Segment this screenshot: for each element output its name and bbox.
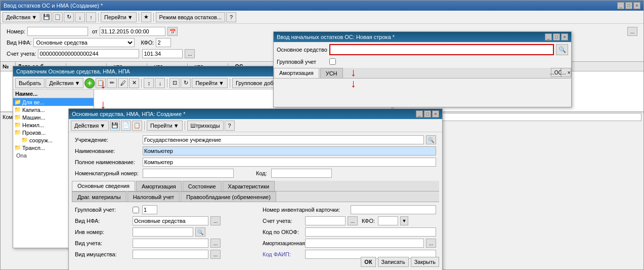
green-plus-btn[interactable]: + (84, 78, 95, 88)
nfa-label: Вид НФА: (7, 40, 31, 46)
view-input[interactable] (133, 239, 208, 248)
tab-drag-mat[interactable]: Драг. материалы (72, 191, 126, 202)
ref-select-btn[interactable]: Выбрать (15, 78, 45, 88)
nfa-browse2[interactable]: ... (210, 216, 221, 225)
prop-browse[interactable]: ... (210, 250, 221, 259)
amort-row: Амортизационная группа: ... (260, 238, 439, 249)
account2-input[interactable] (142, 49, 183, 58)
toolbar-copy-icon[interactable]: 📋 (53, 12, 63, 22)
ref-sort-icon[interactable]: ↓ (155, 78, 165, 88)
tab-main-info[interactable]: Основные сведения (72, 181, 135, 191)
creation-save-icon[interactable]: 💾 (110, 121, 120, 131)
group-check-row: Групповой учет: (72, 204, 251, 215)
extra-btn-right[interactable]: ... (627, 27, 637, 36)
tab-usn[interactable]: УСН (320, 68, 343, 78)
name-row: Наименование: (72, 145, 439, 157)
prop-input[interactable] (133, 250, 208, 259)
account-browse-btn[interactable]: ... (185, 49, 195, 58)
toolbar-arrow2-icon[interactable]: ↑ (86, 12, 96, 22)
mode-button[interactable]: Режим ввода остатков... (156, 12, 226, 22)
input-right-tab[interactable]: ...ОС (551, 68, 561, 77)
inv-num-input[interactable] (351, 205, 436, 214)
creation-barcodes-btn[interactable]: Штрихкоды (187, 121, 224, 131)
kfo-input2[interactable] (378, 216, 398, 225)
date-picker-btn[interactable]: 📅 (167, 27, 178, 36)
tree-item-0[interactable]: 📁 Для ве... (13, 98, 94, 106)
main-minimize[interactable]: _ (617, 2, 624, 9)
date-input[interactable] (100, 27, 165, 36)
uchr-label: Учреждение: (75, 137, 141, 143)
tab-amortization[interactable]: Амортизация (274, 68, 319, 78)
kfo-input[interactable] (156, 38, 171, 47)
os-browse-btn[interactable]: 🔍 (556, 44, 568, 55)
code-input[interactable] (271, 169, 332, 178)
name-input[interactable] (143, 146, 436, 156)
actions-button[interactable]: Действия ▼ (3, 12, 40, 22)
account-label: Счет учета: (7, 51, 36, 57)
account-browse2[interactable]: ... (348, 216, 358, 225)
amort-browse[interactable]: ... (426, 239, 436, 248)
view-browse[interactable]: ... (210, 239, 221, 248)
input-maximize[interactable]: □ (553, 33, 560, 41)
creation-minimize[interactable]: _ (416, 110, 423, 118)
main-maximize[interactable]: □ (625, 2, 632, 9)
kfo-dropdown2[interactable]: ▼ (400, 216, 408, 225)
uchr-browse-btn[interactable]: 🔍 (426, 135, 436, 144)
tab-tax[interactable]: Налоговый учет (127, 191, 180, 202)
fullname-input[interactable] (143, 158, 436, 167)
ref-delete-icon[interactable]: ✕ (129, 78, 139, 88)
creation-actions-btn[interactable]: Действия ▼ (71, 121, 109, 131)
tab-state[interactable]: Состояние (183, 181, 222, 191)
creation-help-btn[interactable]: ? (225, 121, 235, 131)
tab-amortization[interactable]: Амортизация (136, 181, 182, 191)
toolbar-refresh-icon[interactable]: ↻ (64, 12, 74, 22)
group-check2[interactable] (133, 207, 139, 213)
creation-copy-icon[interactable]: 📋 (132, 121, 142, 131)
uchr-input[interactable] (143, 135, 424, 144)
inv-input[interactable] (133, 227, 193, 237)
creation-close-btn-x[interactable]: × (432, 110, 439, 118)
ref-sep1 (141, 79, 142, 88)
inv-card-row: Номер инвентарной карточки: (260, 204, 439, 215)
nfa-select[interactable]: Основные средства (33, 38, 135, 47)
ref-pencil-icon[interactable]: 🖊 (118, 78, 128, 88)
input-extra-btn[interactable]: ... × (561, 68, 571, 77)
goto-button[interactable]: Перейти ▼ (101, 12, 136, 22)
folder-icon-2: 📁 (14, 114, 21, 121)
okof-input[interactable] (305, 227, 436, 237)
ref-actions-btn[interactable]: Действия ▼ (46, 78, 83, 88)
account-input[interactable] (38, 49, 139, 58)
nfa-input2[interactable] (133, 216, 208, 225)
help-button[interactable]: ? (226, 12, 236, 22)
close-button[interactable]: Закрыть (411, 257, 439, 267)
group-checkbox[interactable] (329, 58, 336, 65)
creation-maximize[interactable]: □ (424, 110, 431, 118)
creation-goto-btn[interactable]: Перейти ▼ (147, 121, 182, 131)
ref-move-icon[interactable]: ↕ (144, 78, 154, 88)
folder-icon-0: 📁 (14, 99, 21, 105)
ref-edit-icon[interactable]: ✏ (107, 78, 117, 88)
tab-characteristics[interactable]: Характеристики (223, 181, 275, 191)
inv-browse[interactable]: 🔍 (195, 227, 205, 237)
tab-rights[interactable]: Правообладание (обременение) (181, 191, 276, 202)
save-button[interactable]: Записать (378, 257, 409, 267)
ok-button[interactable]: ОК (361, 257, 375, 267)
input-close[interactable]: × (561, 33, 568, 41)
creation-new-icon[interactable]: 📄 (121, 121, 131, 131)
account-input2[interactable] (305, 216, 346, 225)
os-input[interactable] (329, 44, 554, 55)
ref-refresh-icon[interactable]: ↻ (181, 78, 191, 88)
number-input[interactable] (27, 27, 88, 36)
toolbar-arrow-icon[interactable]: ↓ (75, 12, 85, 22)
input-minimize[interactable]: _ (545, 33, 552, 41)
nomencl-input[interactable] (143, 169, 234, 178)
ref-filter-icon[interactable]: ⊡ (169, 78, 180, 88)
ref-goto-btn[interactable]: Перейти ▼ (192, 78, 227, 88)
main-close[interactable]: × (633, 2, 640, 9)
toolbar-save-icon[interactable]: 💾 (41, 12, 52, 22)
group-val-input[interactable] (142, 205, 157, 214)
toolbar-star-icon[interactable]: ★ (141, 12, 151, 22)
creation-window: Основные средства, НМА, НПА: Создание * … (68, 108, 443, 270)
amort-input[interactable] (305, 239, 424, 248)
main-win-controls: _ □ × (617, 2, 640, 9)
